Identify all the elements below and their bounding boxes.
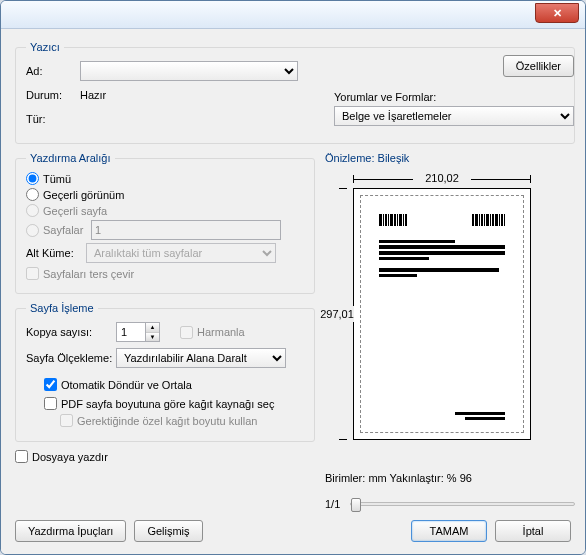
handling-legend: Sayfa İşleme: [26, 302, 98, 314]
paper-source[interactable]: PDF sayfa boyutuna göre kağıt kaynağı se…: [44, 397, 304, 410]
printer-name-select[interactable]: [80, 61, 298, 81]
preview-label: Önizleme: Bileşik: [325, 152, 575, 164]
comments-label: Yorumlar ve Formlar:: [334, 91, 574, 103]
properties-button[interactable]: Özellikler: [503, 55, 574, 77]
printer-group: Yazıcı Ad: Durum: Hazır Tür: Özellikler …: [15, 41, 575, 144]
printer-status-value: Hazır: [80, 89, 106, 101]
auto-rotate-checkbox[interactable]: [44, 378, 57, 391]
close-button[interactable]: ✕: [535, 3, 579, 23]
print-to-file[interactable]: Dosyaya yazdır: [15, 450, 315, 463]
subset-select: Aralıktaki tüm sayfalar: [86, 243, 276, 263]
copies-input[interactable]: [117, 323, 145, 341]
printer-name-label: Ad:: [26, 65, 80, 77]
range-pages: Sayfalar: [26, 220, 304, 240]
cancel-button[interactable]: İptal: [495, 520, 571, 542]
copies-label: Kopya sayısı:: [26, 326, 116, 338]
titlebar[interactable]: ✕: [1, 1, 585, 29]
range-current-view[interactable]: Geçerli görünüm: [26, 188, 304, 201]
ok-button[interactable]: TAMAM: [411, 520, 487, 542]
slider-thumb[interactable]: [351, 498, 361, 512]
printing-tips-button[interactable]: Yazdırma İpuçları: [15, 520, 126, 542]
subset-label: Alt Küme:: [26, 247, 86, 259]
printer-status-label: Durum:: [26, 89, 80, 101]
units-line: Birimler: mm Yakınlaştır: % 96: [325, 472, 575, 484]
printer-type-label: Tür:: [26, 113, 80, 125]
copies-spinner[interactable]: ▲ ▼: [116, 322, 160, 342]
print-range-group: Yazdırma Aralığı Tümü Geçerli görünüm Ge…: [15, 152, 315, 294]
custom-paper: Gerektiğinde özel kağıt boyutu kullan: [60, 414, 304, 427]
range-pages-radio: [26, 224, 39, 237]
preview-page: [353, 188, 531, 440]
barcode-icon: [472, 214, 505, 226]
barcode-icon: [379, 214, 407, 226]
reverse-checkbox: [26, 267, 39, 280]
preview-area: 210,02 297,01: [325, 168, 575, 468]
preview-width-dim: 210,02: [353, 172, 531, 184]
comments-select[interactable]: Belge ve İşaretlemeler: [334, 106, 574, 126]
collate: Harmanla: [180, 326, 245, 339]
advanced-button[interactable]: Gelişmiş: [134, 520, 202, 542]
auto-rotate[interactable]: Otomatik Döndür ve Ortala: [44, 378, 304, 391]
preview-height-dim: 297,01: [325, 188, 349, 440]
range-pages-input: [91, 220, 281, 240]
paper-source-checkbox[interactable]: [44, 397, 57, 410]
page-slider[interactable]: [350, 502, 575, 506]
scaling-label: Sayfa Ölçekleme:: [26, 352, 116, 364]
close-icon: ✕: [553, 7, 562, 19]
spinner-down-icon[interactable]: ▼: [146, 333, 159, 342]
page-indicator: 1/1: [325, 498, 340, 510]
page-handling-group: Sayfa İşleme Kopya sayısı: ▲ ▼ H: [15, 302, 315, 442]
range-legend: Yazdırma Aralığı: [26, 152, 115, 164]
reverse-pages: Sayfaları ters çevir: [26, 267, 304, 280]
custom-paper-checkbox: [60, 414, 73, 427]
printer-legend: Yazıcı: [26, 41, 64, 53]
print-to-file-checkbox[interactable]: [15, 450, 28, 463]
range-current-page: Geçerli sayfa: [26, 204, 304, 217]
range-all[interactable]: Tümü: [26, 172, 304, 185]
scaling-select[interactable]: Yazdırılabilir Alana Daralt: [116, 348, 286, 368]
range-all-radio[interactable]: [26, 172, 39, 185]
spinner-up-icon[interactable]: ▲: [146, 323, 159, 333]
range-current-page-radio: [26, 204, 39, 217]
range-current-view-radio[interactable]: [26, 188, 39, 201]
print-dialog: ✕ Yazıcı Ad: Durum: Hazır Tür: Özellikle…: [0, 0, 586, 555]
collate-checkbox: [180, 326, 193, 339]
